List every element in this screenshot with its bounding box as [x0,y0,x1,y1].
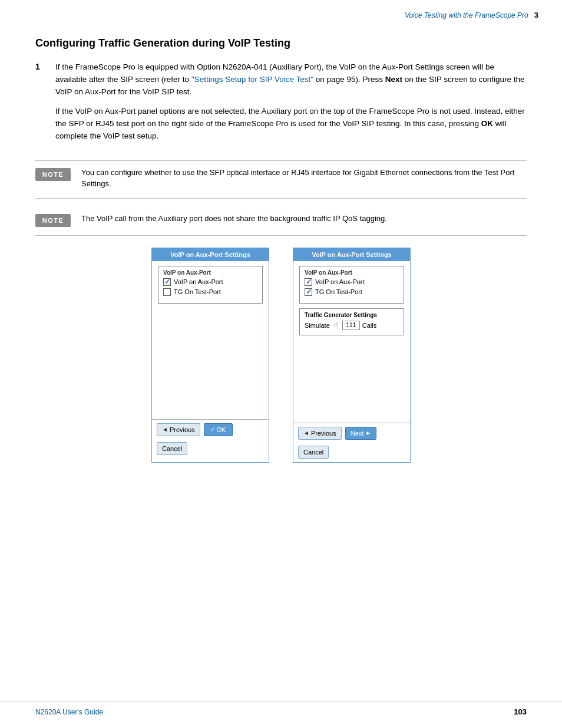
simulate-value[interactable]: 111 [342,321,360,330]
footer-row1-left: ◄ Previous ✓ OK [157,423,264,436]
note-2: NOTE The VoIP call from the Auxiliary po… [35,207,527,236]
check-icon-left-0: ✓ [164,278,170,286]
panel-right-footer: ◄ Previous Next ► Cancel [293,423,410,462]
screenshots-row: VoIP on Aux-Port Settings VoIP on Aux-Po… [35,248,527,463]
panel-left-header: VoIP on Aux-Port Settings [152,248,269,261]
header-page-number: 3 [534,11,538,19]
ok-bold: OK [481,119,493,128]
ok-check-left: ✓ [210,426,215,433]
footer-row2-left: Cancel [157,440,264,455]
footer-row2-right: Cancel [298,443,405,459]
prev-button-left[interactable]: ◄ Previous [157,423,200,436]
note-1: NOTE You can configure whether to use th… [35,160,527,199]
step-paragraph-2: If the VoIP on Aux-Port panel options ar… [55,106,527,143]
panel-spacer-left [158,308,263,414]
checkbox-label-tg-right: TG On Test-Port [315,288,362,295]
checkbox-label-tg-left: TG On Test-Port [174,288,221,295]
prev-arrow-left: ◄ [162,426,168,433]
settings-link[interactable]: "Settings Setup for SIP Voice Test" [191,75,313,84]
check-icon-right-0: ✓ [306,278,312,286]
checkbox-tg-left[interactable] [163,288,171,296]
pages-icon: 📄 [332,322,339,328]
prev-arrow-right: ◄ [303,430,309,436]
note-label-2: NOTE [35,214,71,227]
panel-left-body: VoIP on Aux-Port ✓ VoIP on Aux-Port TG O… [152,261,269,419]
ok-button-left[interactable]: ✓ OK [204,423,233,436]
checkbox-row-voip-right[interactable]: ✓ VoIP on Aux-Port [305,278,399,286]
fieldset-legend-right: VoIP on Aux-Port [305,269,399,276]
tg-settings-right: Traffic Generator Settings Simulate 📄 11… [299,308,404,335]
step-number: 1 [35,61,46,150]
checkbox-label-voip-left: VoIP on Aux-Port [174,278,223,285]
note-text-2: The VoIP call from the Auxiliary port do… [81,213,527,225]
note-text-1: You can configure whether to use the SFP… [81,167,527,190]
chapter-title: Voice Testing with the FrameScope Pro [405,11,528,19]
next-arrow-right: ► [365,430,371,436]
checkbox-voip-aux-left[interactable]: ✓ [163,278,171,286]
footer-left-text: N2620A User's Guide [35,708,103,716]
cancel-button-left[interactable]: Cancel [157,442,187,455]
footer-right-text: 103 [514,707,527,716]
fieldset-legend-left: VoIP on Aux-Port [163,269,257,276]
simulate-row-right: Simulate 📄 111 Calls [305,321,399,330]
panel-right-body: VoIP on Aux-Port ✓ VoIP on Aux-Port ✓ TG [293,261,410,423]
panel-spacer-right [299,335,404,418]
simulate-label: Simulate [305,322,330,329]
fieldset-voip-aux-left: VoIP on Aux-Port ✓ VoIP on Aux-Port TG O… [158,266,263,304]
tg-legend-right: Traffic Generator Settings [305,312,399,318]
footer-row1-right: ◄ Previous Next ► [298,427,405,440]
checkbox-row-tg-left[interactable]: TG On Test-Port [163,288,257,296]
checkbox-row-tg-right[interactable]: ✓ TG On Test-Port [305,288,399,296]
notes-area: NOTE You can configure whether to use th… [35,160,527,236]
panel-left-footer: ◄ Previous ✓ OK Cancel [152,419,269,459]
cancel-button-right[interactable]: Cancel [298,446,329,459]
step-1: 1 If the FrameScope Pro is equipped with… [35,61,527,150]
checkbox-voip-aux-right[interactable]: ✓ [305,278,312,286]
page-footer: N2620A User's Guide 103 [0,701,562,716]
page: Voice Testing with the FrameScope Pro 3 … [0,0,562,728]
panel-right-header: VoIP on Aux-Port Settings [293,248,410,261]
next-button-right[interactable]: Next ► [345,427,377,440]
checkbox-row-voip-left[interactable]: ✓ VoIP on Aux-Port [163,278,257,286]
checkbox-label-voip-right: VoIP on Aux-Port [315,278,365,285]
main-content: Configuring Traffic Generation during Vo… [0,25,562,480]
calls-label: Calls [362,322,376,329]
page-header: Voice Testing with the FrameScope Pro 3 [0,0,562,25]
fieldset-voip-aux-right: VoIP on Aux-Port ✓ VoIP on Aux-Port ✓ TG [299,266,404,304]
prev-button-right[interactable]: ◄ Previous [298,427,342,440]
check-icon-right-1: ✓ [306,288,312,296]
panel-right: VoIP on Aux-Port Settings VoIP on Aux-Po… [293,248,411,463]
next-bold: Next [385,75,402,84]
checkbox-tg-right[interactable]: ✓ [305,288,312,296]
step-content: If the FrameScope Pro is equipped with O… [55,61,527,150]
panel-left: VoIP on Aux-Port Settings VoIP on Aux-Po… [151,248,269,463]
note-label-1: NOTE [35,168,71,181]
step-paragraph-1: If the FrameScope Pro is equipped with O… [55,61,527,98]
section-title: Configuring Traffic Generation during Vo… [35,37,527,50]
